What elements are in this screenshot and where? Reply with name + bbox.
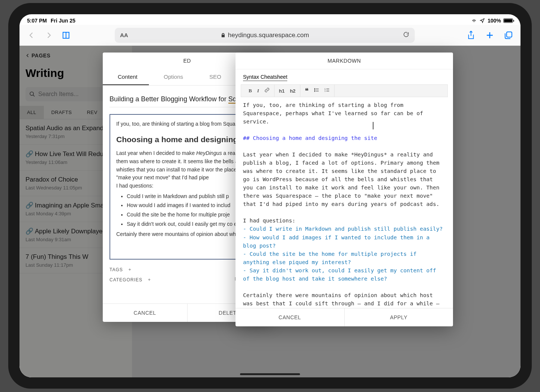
ol-button[interactable]: 123 xyxy=(324,87,330,94)
forward-button[interactable] xyxy=(43,29,55,41)
text-cursor xyxy=(373,122,374,129)
reload-button[interactable] xyxy=(403,31,410,39)
bold-button[interactable]: B xyxy=(249,88,252,94)
md-cancel-button[interactable]: CANCEL xyxy=(236,308,345,326)
add-category-button[interactable]: ＋ xyxy=(147,276,152,283)
add-tag-button[interactable]: ＋ xyxy=(128,266,132,273)
svg-point-7 xyxy=(315,91,315,92)
markdown-editor[interactable]: If you, too, are thinking of starting a … xyxy=(241,97,448,308)
categories-label: CATEGORIES xyxy=(110,277,142,282)
url-text: heydingus.squarespace.com xyxy=(228,32,309,39)
reader-aa-button[interactable]: AA xyxy=(120,32,128,38)
italic-button[interactable]: I xyxy=(257,88,259,94)
address-bar[interactable]: AA heydingus.squarespace.com xyxy=(115,28,415,43)
lock-icon xyxy=(220,33,226,38)
battery-icon xyxy=(503,18,513,23)
bookmarks-button[interactable] xyxy=(60,29,72,41)
status-date: Fri Jun 25 xyxy=(51,18,75,24)
svg-rect-0 xyxy=(507,32,512,37)
md-apply-button[interactable]: APPLY xyxy=(345,308,453,326)
markdown-modal-title: MARKDOWN xyxy=(236,53,453,69)
status-time: 5:07 PM xyxy=(27,18,47,24)
tab-content[interactable]: Content xyxy=(103,69,149,85)
syntax-cheatsheet-link[interactable]: Syntax Cheatsheet xyxy=(243,74,287,81)
tab-seo[interactable]: SEO xyxy=(194,69,232,85)
tabs-button[interactable] xyxy=(502,29,514,41)
status-bar: 5:07 PM Fri Jun 25 100% xyxy=(20,14,520,25)
markdown-modal: MARKDOWN Syntax Cheatsheet B I h1 h2 ❝ xyxy=(236,53,453,326)
new-tab-button[interactable] xyxy=(484,29,496,41)
share-button[interactable] xyxy=(465,29,477,41)
safari-toolbar: AA heydingus.squarespace.com xyxy=(20,25,520,46)
wifi-icon xyxy=(471,18,477,23)
svg-text:3: 3 xyxy=(325,90,326,92)
ul-button[interactable] xyxy=(314,87,319,94)
home-indicator[interactable] xyxy=(240,373,300,375)
h2-button[interactable]: h2 xyxy=(290,88,296,94)
markdown-toolbar: B I h1 h2 ❝ 123 xyxy=(241,84,448,97)
cancel-button[interactable]: CANCEL xyxy=(103,304,187,322)
link-button[interactable] xyxy=(264,87,270,94)
tab-options[interactable]: Options xyxy=(149,69,195,85)
h1-button[interactable]: h1 xyxy=(279,88,285,94)
svg-point-3 xyxy=(315,89,315,89)
location-icon xyxy=(479,18,485,23)
tags-label: TAGS xyxy=(110,267,123,272)
quote-button[interactable]: ❝ xyxy=(305,87,309,95)
battery-percent: 100% xyxy=(488,18,501,24)
svg-point-5 xyxy=(315,90,315,90)
back-button[interactable] xyxy=(26,29,38,41)
